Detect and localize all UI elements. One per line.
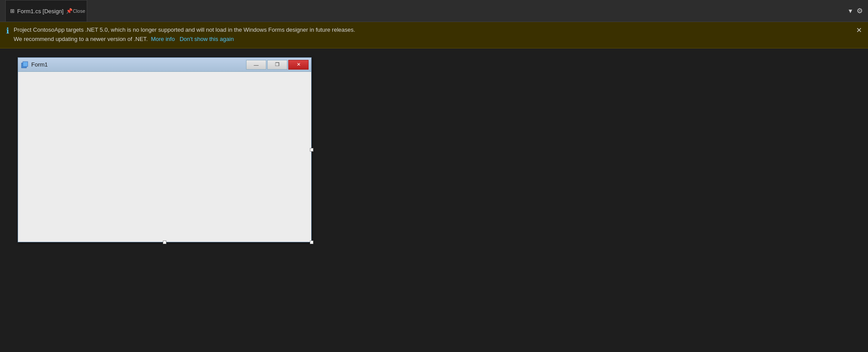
info-message-line2: We recommend updating to a newer version…: [14, 36, 148, 42]
tab-close-btn[interactable]: Close: [75, 7, 82, 15]
form-window[interactable]: Form1 — ❒ ✕: [18, 57, 312, 242]
title-bar-right: ▾ ⚙: [849, 7, 863, 15]
more-info-link[interactable]: More info: [151, 36, 175, 42]
info-close-btn[interactable]: ✕: [856, 26, 862, 34]
dropdown-icon[interactable]: ▾: [849, 7, 852, 15]
designer-area: Form1 — ❒ ✕: [0, 48, 868, 352]
resize-handle-bottom[interactable]: [163, 241, 166, 244]
gear-icon[interactable]: ⚙: [857, 7, 863, 15]
dont-show-link[interactable]: Don't show this again: [180, 36, 234, 42]
form-body[interactable]: [18, 72, 311, 242]
form-icon: [21, 61, 29, 69]
form-window-buttons: — ❒ ✕: [246, 60, 309, 70]
form-close-btn[interactable]: ✕: [288, 60, 309, 70]
resize-handle-bottom-right[interactable]: [310, 241, 313, 244]
tab-icon: ⊞: [10, 8, 15, 14]
tab-label: Form1.cs [Design]: [17, 8, 63, 15]
form-title-text: Form1: [31, 61, 246, 68]
info-text: Project ContosoApp targets .NET 5.0, whi…: [14, 26, 848, 44]
info-bar: ℹ Project ContosoApp targets .NET 5.0, w…: [0, 22, 868, 48]
resize-handle-right[interactable]: [310, 148, 313, 152]
design-tab[interactable]: ⊞ Form1.cs [Design] 📌 Close: [5, 0, 87, 22]
svg-rect-1: [23, 62, 28, 67]
info-message-line1: Project ContosoApp targets .NET 5.0, whi…: [14, 26, 355, 33]
form-minimize-btn[interactable]: —: [246, 60, 266, 70]
info-icon: ℹ: [6, 26, 9, 36]
form-restore-btn[interactable]: ❒: [267, 60, 287, 70]
tab-pin-btn[interactable]: 📌: [66, 8, 73, 14]
form-titlebar: Form1 — ❒ ✕: [18, 58, 311, 72]
title-bar: ⊞ Form1.cs [Design] 📌 Close ▾ ⚙: [0, 0, 868, 22]
